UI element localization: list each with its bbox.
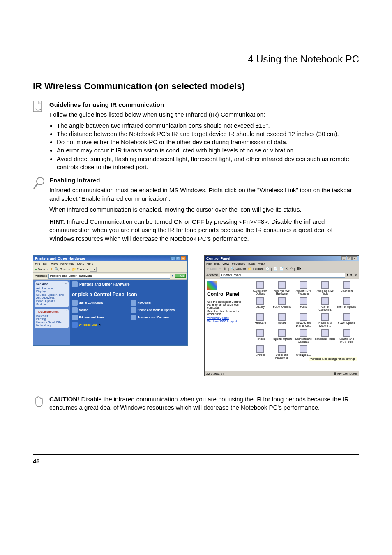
header-divider bbox=[33, 69, 359, 69]
side-link[interactable]: Power Options bbox=[36, 299, 67, 302]
cp-item-scheduled-tasks[interactable]: Scheduled Tasks bbox=[315, 329, 336, 344]
cp-item-accessibility[interactable]: Accessibility Options bbox=[250, 281, 271, 296]
side-link[interactable]: Hardware bbox=[36, 314, 67, 317]
side-link[interactable]: Printing bbox=[36, 318, 67, 320]
cp-icon-mouse[interactable]: Mouse bbox=[72, 307, 127, 313]
menu-item[interactable]: Favorites bbox=[60, 262, 74, 265]
copy-to-button[interactable]: 📄 bbox=[279, 267, 284, 271]
menu-item[interactable]: File bbox=[35, 262, 40, 265]
guidelines-intro: Follow the guidelines listed below when … bbox=[49, 111, 359, 119]
cp-item-internet-options[interactable]: Internet Options bbox=[336, 297, 357, 312]
views-button[interactable]: ☷▾ bbox=[297, 267, 301, 271]
see-also-head: See Also bbox=[36, 283, 48, 286]
cp-item-printers[interactable]: Printers bbox=[250, 329, 271, 344]
cp-icon-game-controllers[interactable]: Game Controllers bbox=[72, 300, 127, 306]
scheduled-tasks-icon bbox=[321, 329, 329, 337]
close-button[interactable]: × bbox=[352, 256, 357, 260]
cp-icon-phone-modem[interactable]: Phone and Modem Options bbox=[131, 307, 186, 313]
maximize-button[interactable]: □ bbox=[175, 256, 180, 260]
menu-item[interactable]: Help bbox=[258, 262, 264, 265]
cp-item-mouse[interactable]: Mouse bbox=[272, 313, 293, 328]
menu-item[interactable]: File bbox=[206, 262, 212, 265]
accessibility-icon bbox=[256, 281, 264, 289]
cp-item-date-time[interactable]: Date/Time bbox=[336, 281, 357, 296]
cursor-icon: ↖ bbox=[302, 354, 305, 358]
folders-button[interactable]: 📁 Folders bbox=[248, 267, 264, 271]
up-button[interactable]: ⬆ bbox=[50, 267, 53, 271]
cp-item-phone-modem[interactable]: Phone and Modem ... bbox=[315, 313, 336, 328]
go-button[interactable]: ∂ Go bbox=[350, 273, 357, 277]
search-button[interactable]: 🔍 Search bbox=[231, 267, 246, 271]
window-titlebar[interactable]: Control Panel _ □ × bbox=[205, 256, 359, 261]
address-input[interactable]: Printers and Other Hardware bbox=[48, 274, 170, 279]
toolbar: ⇦ Back ⇨ ⬆ | 🔍 Search 📁 Folders 🕑 | 📄 📄 … bbox=[205, 266, 359, 272]
cp-item-folder-options[interactable]: Folder Options bbox=[272, 297, 293, 312]
side-link[interactable]: System bbox=[36, 303, 67, 306]
side-link[interactable]: Display bbox=[36, 290, 67, 293]
cp-item-scanners-cameras[interactable]: Scanners and Cameras bbox=[293, 329, 314, 344]
page-header: 4 Using the Notebook PC bbox=[0, 0, 392, 69]
back-button[interactable]: ●Back bbox=[35, 267, 45, 271]
go-button[interactable]: → Go bbox=[175, 274, 186, 278]
menu-item[interactable]: Edit bbox=[43, 262, 48, 265]
cp-icon-keyboard[interactable]: Keyboard bbox=[131, 300, 186, 306]
regional-icon bbox=[278, 329, 286, 337]
cp-icon-wireless-link[interactable]: Wireless Link ↖ bbox=[72, 322, 186, 328]
side-link[interactable]: Add Hardware bbox=[36, 287, 67, 290]
up-button[interactable]: ⬆ bbox=[224, 267, 226, 271]
cp-item-sounds[interactable]: Sounds and Multimedia bbox=[336, 329, 357, 344]
menu-bar[interactable]: File Edit View Favorites Tools Help bbox=[205, 261, 359, 266]
sounds-icon bbox=[343, 329, 350, 337]
search-button[interactable]: 🔍Search bbox=[55, 267, 70, 271]
back-button[interactable]: ⇦ Back bbox=[206, 267, 217, 271]
menu-item[interactable]: Tools bbox=[248, 262, 256, 265]
undo-button[interactable]: ↶ bbox=[290, 267, 293, 271]
cp-item-keyboard[interactable]: Keyboard bbox=[250, 313, 271, 328]
side-link-windows-update[interactable]: Windows Update bbox=[207, 316, 229, 319]
cp-item-add-programs[interactable]: Add/Remove Programs bbox=[293, 281, 314, 296]
side-link[interactable]: Home or Small Office Networking bbox=[36, 321, 67, 327]
cp-item-admin-tools[interactable]: Administrative Tools bbox=[315, 281, 336, 296]
magnifier-icon bbox=[33, 176, 45, 190]
forward-button[interactable]: ⇨ bbox=[219, 267, 222, 271]
menu-item[interactable]: Favorites bbox=[232, 262, 245, 265]
enabling-title: Enabling Infrared bbox=[49, 176, 359, 184]
cp-item-system[interactable]: System bbox=[250, 345, 271, 362]
side-link[interactable]: Sounds, Speech, and Audio Devices bbox=[36, 293, 67, 299]
window-titlebar[interactable]: Printers and Other Hardware _ □ × bbox=[33, 256, 187, 261]
screenshot-2k: Control Panel _ □ × File Edit View Favor… bbox=[204, 255, 359, 376]
side-title: Control Panel bbox=[207, 291, 245, 297]
views-button[interactable]: ☷▾ bbox=[90, 267, 97, 272]
cp-icon-scanners-cameras[interactable]: Scanners and Cameras bbox=[131, 315, 186, 320]
phone-icon bbox=[131, 307, 136, 313]
folders-button[interactable]: 📁Folders bbox=[72, 267, 88, 271]
history-button[interactable]: 🕑 bbox=[265, 267, 270, 271]
menu-bar[interactable]: File Edit View Favorites Tools Help bbox=[33, 261, 187, 266]
maximize-button[interactable]: □ bbox=[347, 256, 352, 260]
toolbar: ●Back ● ⬆ 🔍Search 📁Folders ☷▾ bbox=[33, 266, 187, 273]
cp-item-fonts[interactable]: Fonts bbox=[293, 297, 314, 312]
menu-item[interactable]: Help bbox=[86, 262, 93, 265]
cp-item-power-options[interactable]: Power Options bbox=[336, 313, 357, 328]
power-options-icon bbox=[343, 313, 350, 321]
move-to-button[interactable]: 📄 bbox=[274, 267, 278, 271]
menu-item[interactable]: Tools bbox=[76, 262, 84, 265]
cp-item-users-passwords[interactable]: Users and Passwords bbox=[272, 345, 293, 362]
cp-item-network[interactable]: Network and Dial-up Co... bbox=[293, 313, 314, 328]
delete-button[interactable]: ✕ bbox=[285, 267, 288, 271]
minimize-button[interactable]: _ bbox=[341, 256, 346, 260]
cp-item-display[interactable]: Display bbox=[250, 297, 271, 312]
cp-item-game-controllers[interactable]: Game Controllers bbox=[315, 297, 336, 312]
menu-item[interactable]: View bbox=[51, 262, 58, 265]
address-input[interactable]: Control Panel bbox=[220, 273, 345, 278]
menu-item[interactable]: Edit bbox=[214, 262, 220, 265]
cp-icon-printers-faxes[interactable]: Printers and Faxes bbox=[72, 315, 127, 320]
cp-item-add-hardware[interactable]: Add/Remove Hardware bbox=[272, 281, 293, 296]
side-link-2000-support[interactable]: Windows 2000 Support bbox=[207, 320, 237, 323]
forward-button[interactable]: ● bbox=[47, 267, 49, 271]
menu-item[interactable]: View bbox=[222, 262, 229, 265]
cp-item-regional[interactable]: Regional Options bbox=[272, 329, 293, 344]
close-button[interactable]: × bbox=[181, 256, 186, 260]
minimize-button[interactable]: _ bbox=[170, 256, 175, 260]
screenshot-xp: Printers and Other Hardware _ □ × File E… bbox=[33, 255, 188, 376]
